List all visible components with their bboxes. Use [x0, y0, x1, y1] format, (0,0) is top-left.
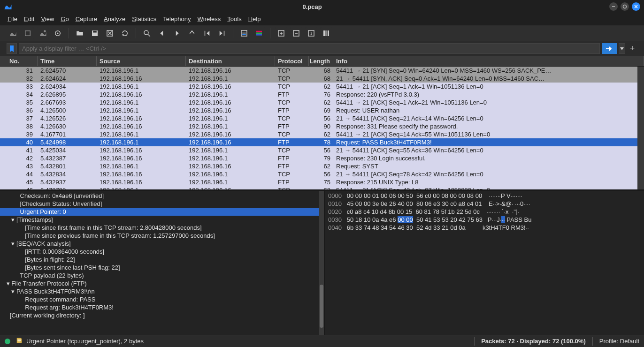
capture-options-icon[interactable]: [52, 27, 64, 39]
close-file-icon[interactable]: [104, 27, 116, 39]
detail-line[interactable]: [Time since first frame in this TCP stre…: [0, 224, 324, 232]
detail-line[interactable]: [Bytes in flight: 22]: [0, 256, 324, 264]
maximize-button[interactable]: [621, 2, 629, 11]
detail-line[interactable]: [Current working directory: ]: [0, 311, 324, 319]
hex-line[interactable]: 0000 00 00 00 01 00 06 00 50 56 c0 00 08…: [328, 192, 641, 200]
packet-row[interactable]: 332.624934192.168.196.1192.168.196.16TCP…: [0, 83, 644, 91]
capture-file-comment-icon[interactable]: [16, 337, 23, 345]
packet-row[interactable]: 445.432834192.168.196.16192.168.196.1TCP…: [0, 170, 644, 178]
menu-edit[interactable]: Edit: [24, 15, 34, 23]
column-header-length[interactable]: Length: [309, 56, 333, 66]
packet-row[interactable]: 352.667693192.168.196.1192.168.196.16TCP…: [0, 98, 644, 106]
go-back-icon[interactable]: [156, 27, 168, 39]
hex-line[interactable]: 0010 45 00 00 3e 0e 26 40 00 80 06 e3 30…: [328, 200, 641, 208]
auto-scroll-icon[interactable]: [238, 27, 250, 39]
close-button[interactable]: [632, 2, 640, 11]
packet-row[interactable]: 312.624570192.168.196.1192.168.196.16TCP…: [0, 67, 644, 75]
detail-line[interactable]: Request command: PASS: [0, 295, 324, 303]
reload-file-icon[interactable]: [119, 27, 131, 39]
find-packet-icon[interactable]: [141, 27, 153, 39]
svg-rect-23: [256, 34, 262, 35]
detail-line[interactable]: ▾ PASS Buck3tH4TF0RM3!\r\n: [0, 287, 324, 295]
statusbar-separator: [592, 337, 593, 346]
packet-row[interactable]: 394.167701192.168.196.1192.168.196.16TCP…: [0, 130, 644, 138]
menu-help[interactable]: Help: [248, 15, 261, 23]
toolbar-separator: [136, 28, 136, 38]
packet-row[interactable]: 465.478790192.168.196.1192.168.196.16TCP…: [0, 186, 644, 189]
menu-view[interactable]: View: [41, 15, 54, 23]
svg-point-1: [623, 5, 627, 8]
column-header-info[interactable]: Info: [333, 56, 644, 66]
menu-capture[interactable]: Capture: [76, 15, 97, 23]
menu-analyze[interactable]: Analyze: [104, 15, 125, 23]
open-file-icon[interactable]: [74, 27, 86, 39]
column-header-destination[interactable]: Destination: [186, 56, 275, 66]
colorize-icon[interactable]: [253, 27, 265, 39]
go-last-icon[interactable]: [216, 27, 228, 39]
resize-columns-icon[interactable]: [320, 27, 332, 39]
detail-line[interactable]: Urgent Pointer: 0: [0, 208, 324, 216]
go-first-icon[interactable]: [201, 27, 213, 39]
add-filter-button[interactable]: +: [627, 43, 637, 54]
packet-row[interactable]: 425.432387192.168.196.16192.168.196.1FTP…: [0, 154, 644, 162]
statusbar-separator: [474, 337, 475, 346]
packet-row[interactable]: 342.626895192.168.196.16192.168.196.1FTP…: [0, 91, 644, 98]
packet-row[interactable]: 405.424998192.168.196.1192.168.196.16FTP…: [0, 138, 644, 146]
zoom-reset-icon[interactable]: 1: [305, 27, 317, 39]
go-forward-icon[interactable]: [171, 27, 183, 39]
menu-file[interactable]: File: [8, 15, 17, 23]
detail-line[interactable]: ▾ [SEQ/ACK analysis]: [0, 240, 324, 248]
detail-line[interactable]: ▾ [Timestamps]: [0, 216, 324, 224]
packet-row[interactable]: 435.432801192.168.196.1192.168.196.16FTP…: [0, 162, 644, 170]
menu-tools[interactable]: Tools: [227, 15, 241, 23]
column-header-time[interactable]: Time: [38, 56, 97, 66]
start-capture-icon[interactable]: [7, 27, 19, 39]
packet-bytes-pane[interactable]: 0000 00 00 00 01 00 06 00 50 56 c0 00 08…: [324, 191, 644, 335]
hex-line[interactable]: 0040 6b 33 74 48 34 54 46 30 52 4d 33 21…: [328, 224, 641, 232]
hex-line[interactable]: 0020 c0 a8 c4 10 d4 8b 00 15 60 81 78 5f…: [328, 208, 641, 216]
detail-line[interactable]: TCP payload (22 bytes): [0, 272, 324, 279]
hex-line[interactable]: 0030 50 18 10 0a 4a e6 00 00 50 41 53 53…: [328, 216, 641, 224]
detail-line[interactable]: ▾ File Transfer Protocol (FTP): [0, 279, 324, 287]
filter-history-dropdown[interactable]: [619, 43, 625, 54]
stop-capture-icon[interactable]: [22, 27, 34, 39]
packet-row[interactable]: 374.126526192.168.196.16192.168.196.1TCP…: [0, 114, 644, 122]
expert-info-led-icon[interactable]: [5, 339, 10, 344]
zoom-out-icon[interactable]: [290, 27, 302, 39]
status-profile[interactable]: Profile: Default: [599, 338, 639, 345]
zoom-in-icon[interactable]: [275, 27, 287, 39]
packet-list[interactable]: 312.624570192.168.196.1192.168.196.16TCP…: [0, 67, 644, 189]
svg-rect-4: [25, 30, 31, 36]
menu-statistics[interactable]: Statistics: [132, 15, 156, 23]
save-file-icon[interactable]: [89, 27, 101, 39]
restart-capture-icon[interactable]: [37, 27, 49, 39]
svg-point-7: [57, 32, 59, 34]
packet-row[interactable]: 455.432937192.168.196.16192.168.196.1FTP…: [0, 178, 644, 186]
column-header-protocol[interactable]: Protocol: [275, 56, 309, 66]
column-header-no[interactable]: No.: [0, 56, 38, 66]
menu-telephony[interactable]: Telephony: [163, 15, 191, 23]
menu-wireless[interactable]: Wireless: [198, 15, 221, 23]
svg-rect-22: [256, 32, 262, 33]
detail-line[interactable]: [iRTT: 0.000364000 seconds]: [0, 248, 324, 256]
column-header-source[interactable]: Source: [97, 56, 186, 66]
menu-go[interactable]: Go: [61, 15, 69, 23]
detail-line[interactable]: [Bytes sent since last PSH flag: 22]: [0, 264, 324, 272]
display-filter-input[interactable]: [19, 43, 600, 54]
detail-line[interactable]: [Time since previous frame in this TCP s…: [0, 232, 324, 240]
packet-list-scrollbar[interactable]: [637, 67, 644, 189]
packet-row[interactable]: 322.624624192.168.196.16192.168.196.1TCP…: [0, 75, 644, 83]
window-title: 0.pcap: [15, 3, 609, 10]
detail-line[interactable]: Checksum: 0x4ae6 [unverified]: [0, 192, 324, 200]
minimize-button[interactable]: [609, 2, 618, 11]
filter-apply-button[interactable]: [602, 43, 617, 54]
detail-line[interactable]: [Checksum Status: Unverified]: [0, 200, 324, 208]
go-to-packet-icon[interactable]: [186, 27, 198, 39]
packet-details-pane[interactable]: Checksum: 0x4ae6 [unverified] [Checksum …: [0, 191, 324, 335]
packet-row[interactable]: 415.425034192.168.196.16192.168.196.1TCP…: [0, 146, 644, 154]
filter-bookmark-button[interactable]: [7, 43, 17, 54]
packet-row[interactable]: 384.126630192.168.196.16192.168.196.1FTP…: [0, 122, 644, 130]
details-scrollbar[interactable]: [319, 191, 324, 335]
packet-row[interactable]: 364.126500192.168.196.1192.168.196.16FTP…: [0, 106, 644, 114]
detail-line[interactable]: Request arg: Buck3tH4TF0RM3!: [0, 303, 324, 311]
